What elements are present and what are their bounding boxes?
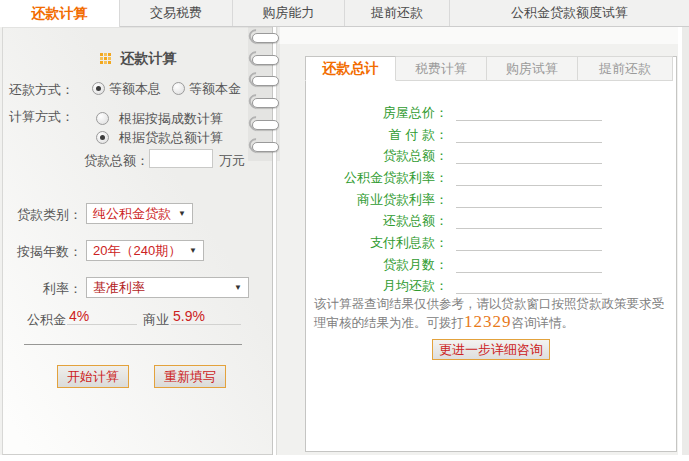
rate-dropdown[interactable]: 基准利率▼ (86, 277, 249, 298)
fund-loan-rate-input[interactable] (456, 167, 602, 186)
radio-equal-principal-interest[interactable] (92, 82, 105, 95)
tab-purchase-trial[interactable]: 购房试算 (487, 56, 578, 81)
hotline-number: 12329 (464, 312, 512, 331)
field-label: 房屋总价： (306, 104, 448, 122)
grid-bullet-icon (100, 53, 111, 64)
results-tab-bar: 还款总计 税费计算 购房试算 提前还款 (305, 56, 673, 81)
binder-ring-icon (252, 33, 279, 43)
field-label: 贷款月数： (306, 256, 448, 274)
field-label: 公积金贷款利率： (306, 169, 448, 187)
top-tab-repayment-calc[interactable]: 还款计算 (0, 0, 120, 28)
field-row-loan-months: 贷款月数： (306, 254, 676, 274)
field-label: 首 付 款： (306, 126, 448, 144)
disclaimer-note: 该计算器查询结果仅供参考，请以贷款窗口按照贷款政策要求受理审核的结果为准。可拨打… (314, 295, 672, 332)
loan-months-input[interactable] (456, 254, 602, 273)
mortgage-years-dropdown[interactable]: 20年（240期）▼ (86, 240, 204, 261)
field-row-interest-paid: 支付利息款： (306, 232, 676, 252)
repay-method-label: 还款方式： (9, 81, 74, 99)
binder-ring-icon (252, 55, 279, 65)
field-row-down-payment: 首 付 款： (306, 124, 676, 144)
field-label: 商业贷款利率： (306, 191, 448, 209)
field-row-commercial-loan-rate: 商业贷款利率： (306, 189, 676, 209)
fund-rate-input[interactable] (67, 307, 137, 325)
chevron-down-icon: ▼ (189, 246, 197, 255)
loan-total-label: 贷款总额： (84, 152, 149, 170)
loan-type-dropdown[interactable]: 纯公积金贷款▼ (86, 203, 193, 224)
left-panel-title: 还款计算 (3, 50, 273, 68)
down-payment-input[interactable] (456, 124, 602, 143)
house-total-price-input[interactable] (456, 102, 602, 121)
field-row-house-total-price: 房屋总价： (306, 102, 676, 122)
radio-label: 根据按揭成数计算 (119, 111, 223, 126)
detailed-consult-button[interactable]: 更进一步详细咨询 (432, 339, 550, 360)
top-tab-purchase-ability[interactable]: 购房能力 (233, 0, 345, 26)
results-card: 还款总计 税费计算 购房试算 提前还款 房屋总价： 首 付 款： 贷款总额： 公… (305, 56, 677, 452)
commercial-loan-rate-input[interactable] (456, 189, 602, 208)
interest-paid-input[interactable] (456, 232, 602, 251)
radio-option-equal-principal-interest[interactable]: 等额本息 (92, 80, 161, 98)
binder-ring-icon (252, 76, 279, 86)
left-panel-title-text: 还款计算 (121, 50, 177, 66)
radio-option-by-loan-total[interactable]: 根据贷款总额计算 (96, 129, 223, 147)
right-edge-gray-strip (682, 27, 689, 455)
mortgage-years-label: 按揭年数： (17, 243, 82, 261)
binder-ring-icon (252, 120, 279, 130)
start-calculate-button[interactable]: 开始计算 (57, 365, 129, 388)
radio-by-loan-total[interactable] (96, 131, 109, 144)
tab-repayment-total[interactable]: 还款总计 (305, 56, 396, 81)
binder-ring-icon (252, 98, 279, 108)
top-white-band (278, 27, 689, 44)
top-tab-transaction-tax[interactable]: 交易税费 (120, 0, 233, 26)
chevron-down-icon: ▼ (178, 209, 186, 218)
bottom-white-strip (0, 455, 689, 461)
loan-total-unit: 万元 (219, 152, 245, 170)
field-label: 贷款总额： (306, 147, 448, 165)
loan-type-value: 纯公积金贷款 (93, 205, 171, 223)
field-row-fund-loan-rate: 公积金贷款利率： (306, 167, 676, 187)
left-form-panel: 还款计算 还款方式： 等额本息 等额本金 计算方式： 根据按揭成数计算 根据贷款… (2, 27, 273, 455)
rate-label: 利率： (43, 280, 82, 298)
mortgage-years-value: 20年（240期） (93, 242, 181, 260)
loan-type-label: 贷款类别： (17, 206, 82, 224)
calc-method-label: 计算方式： (9, 108, 74, 126)
loan-total-input[interactable] (149, 149, 213, 168)
top-tab-early-repayment[interactable]: 提前还款 (345, 0, 450, 26)
note-text: 咨询详情。 (512, 316, 575, 330)
binding-line (272, 27, 277, 455)
top-tab-bar: 还款计算 交易税费 购房能力 提前还款 公积金贷款额度试算 (0, 0, 689, 27)
monthly-payment-input[interactable] (456, 275, 602, 294)
tab-tax-calc[interactable]: 税费计算 (396, 56, 487, 81)
radio-label: 根据贷款总额计算 (119, 130, 223, 145)
commercial-rate-input[interactable] (171, 307, 241, 325)
fund-rate-label: 公积金 (27, 311, 66, 329)
radio-label: 等额本金 (189, 81, 241, 96)
radio-by-mortgage-ratio[interactable] (96, 112, 109, 125)
divider (24, 344, 242, 345)
binder-ring-icon (252, 142, 279, 152)
rate-value: 基准利率 (93, 279, 145, 297)
radio-label: 等额本息 (109, 81, 161, 96)
field-row-repayment-total: 还款总额： (306, 210, 676, 230)
field-label: 支付利息款： (306, 234, 448, 252)
tab-early-repayment[interactable]: 提前还款 (578, 56, 673, 81)
top-tab-fund-loan-quota[interactable]: 公积金贷款额度试算 (450, 0, 689, 26)
radio-equal-principal[interactable] (172, 82, 185, 95)
chevron-down-icon: ▼ (234, 283, 242, 292)
loan-calculator-screen: 还款计算 交易税费 购房能力 提前还款 公积金贷款额度试算 还款计算 还款方式：… (0, 0, 689, 461)
commercial-rate-label: 商业 (143, 311, 169, 329)
field-row-loan-total: 贷款总额： (306, 145, 676, 165)
repayment-total-input[interactable] (456, 210, 602, 229)
field-label: 还款总额： (306, 212, 448, 230)
radio-option-equal-principal[interactable]: 等额本金 (172, 80, 241, 98)
field-row-monthly-payment: 月均还款： (306, 275, 676, 295)
field-label: 月均还款： (306, 277, 448, 295)
reset-button[interactable]: 重新填写 (154, 365, 226, 388)
radio-option-by-mortgage-ratio[interactable]: 根据按揭成数计算 (96, 110, 223, 128)
loan-total-result-input[interactable] (456, 145, 602, 164)
